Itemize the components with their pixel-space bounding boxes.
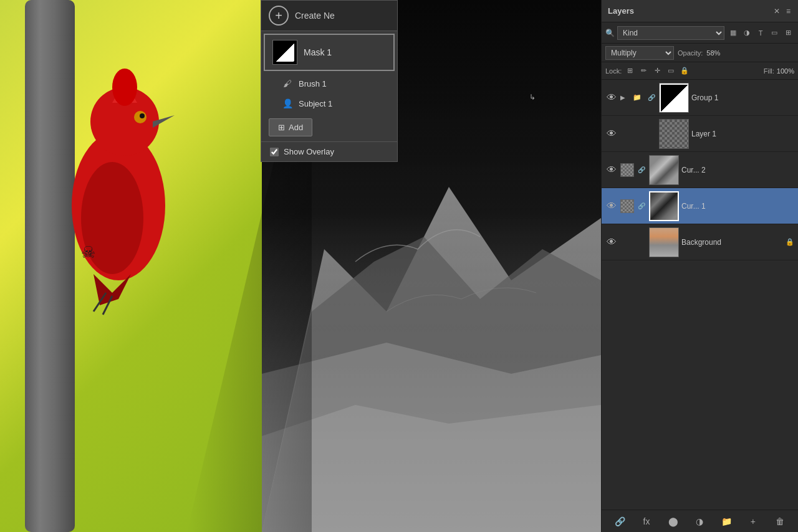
overlay-checkbox[interactable]: [270, 148, 279, 156]
svg-point-3: [112, 69, 137, 106]
layer-name-curves2: Cur... 2: [681, 166, 794, 174]
add-icon: ⊞: [278, 123, 285, 132]
overlay-label: Show Overlay: [284, 147, 334, 156]
background-type-icon: [620, 235, 634, 249]
link-layers-button[interactable]: 🔗: [612, 514, 627, 529]
adjustment-button[interactable]: ◑: [692, 514, 707, 529]
layers-list: 👁 ▶ 📁 🔗 Group 1 👁 Layer 1 👁 🔗: [602, 80, 798, 510]
lock-move-btn[interactable]: ✛: [651, 65, 663, 77]
layer-name-layer1: Layer 1: [691, 130, 794, 138]
kind-filter-select[interactable]: Kind Name Effect: [617, 26, 724, 40]
mask-label: Mask 1: [304, 47, 332, 57]
lock-label: Lock:: [605, 67, 622, 75]
layer-item-layer1[interactable]: 👁 Layer 1: [602, 116, 798, 152]
opacity-label: Opacity:: [678, 49, 703, 57]
popup-header: + Create Ne: [261, 1, 397, 31]
layer-item-curves2[interactable]: 👁 🔗 Cur... 2: [602, 152, 798, 188]
mask-thumbnail: [272, 40, 297, 65]
layer-thumb-group1: [659, 83, 689, 113]
layer-expand-group1[interactable]: ▶: [620, 94, 628, 101]
pixel-layer-icon: [630, 127, 644, 141]
lock-paint-btn[interactable]: ✏: [638, 65, 649, 77]
layer-chain-layer1: [647, 129, 656, 139]
curves1-thumb-inner: [650, 192, 678, 220]
layers-menu-button[interactable]: ≡: [785, 6, 792, 17]
svg-marker-15: [262, 405, 601, 532]
layers-title: Layers: [608, 6, 634, 16]
layers-header-icons: ✕ ≡: [772, 6, 792, 17]
filter-icons: ▦ ◑ T ▭ ⊞: [727, 27, 794, 39]
mask-button[interactable]: ⬤: [666, 514, 681, 529]
layer-thumb-curves1: [649, 191, 679, 221]
filter-row: 🔍 Kind Name Effect ▦ ◑ T ▭ ⊞: [602, 22, 798, 44]
create-new-button[interactable]: +: [269, 6, 289, 26]
layer-eye-layer1[interactable]: 👁: [605, 128, 618, 140]
layer-chain-curves2[interactable]: 🔗: [637, 165, 647, 175]
lock-transparent-btn[interactable]: ⊞: [624, 65, 635, 77]
new-layer-button[interactable]: +: [746, 514, 761, 529]
shape-filter-icon[interactable]: ▭: [768, 27, 781, 39]
mask-item[interactable]: Mask 1: [264, 34, 395, 71]
bird-svg: [31, 31, 206, 343]
delete-layer-button[interactable]: 🗑: [772, 514, 787, 529]
background-lock-icon: 🔒: [786, 238, 794, 246]
background-thumb-inner: [650, 228, 678, 257]
pixel-filter-icon[interactable]: ▦: [727, 27, 739, 39]
lock-artboard-btn[interactable]: ▭: [665, 65, 676, 77]
group-thumb-inner: [660, 83, 689, 113]
layers-header: Layers ✕ ≡: [602, 0, 798, 22]
group-button[interactable]: 📁: [719, 514, 734, 529]
layer-eye-curves2[interactable]: 👁: [605, 164, 618, 176]
curves2-type-icon: [620, 163, 634, 177]
layer-item-background[interactable]: 👁 Background 🔒: [602, 224, 798, 260]
layers-close-button[interactable]: ✕: [772, 6, 781, 17]
popup-menu: + Create Ne Mask 1 ↳ 🖌 Brush 1 👤 Subject…: [261, 0, 398, 162]
add-button[interactable]: ⊞ Add: [269, 118, 312, 136]
layer-name-group1: Group 1: [691, 93, 794, 102]
plus-icon: +: [275, 9, 282, 22]
brush-label: Brush 1: [299, 79, 327, 88]
lock-all-btn[interactable]: 🔒: [679, 65, 690, 77]
layer-thumb-layer1: [659, 119, 689, 149]
layer-chain-background: [637, 237, 647, 247]
brush-icon: 🖌: [281, 77, 294, 90]
svg-point-6: [140, 113, 145, 118]
blend-row: Multiply Normal Screen Overlay Opacity: …: [602, 44, 798, 62]
layer-eye-curves1[interactable]: 👁: [605, 200, 618, 212]
layer-chain-curves1[interactable]: 🔗: [637, 201, 647, 211]
fill-label: Fill:: [764, 67, 774, 75]
group-folder-icon: 📁: [630, 91, 644, 105]
layer-name-curves1: Cur... 1: [681, 202, 794, 211]
layer-item-curves1[interactable]: 👁 🔗 Cur... 1: [602, 188, 798, 224]
brush-item[interactable]: 🖌 Brush 1: [274, 74, 397, 93]
fx-button[interactable]: fx: [639, 514, 654, 529]
fill-value[interactable]: 100%: [777, 67, 794, 75]
layer-thumb-background: [649, 227, 679, 257]
layers-panel: Layers ✕ ≡ 🔍 Kind Name Effect ▦ ◑ T ▭ ⊞ …: [601, 0, 798, 532]
subject-label: Subject 1: [299, 99, 332, 108]
add-area: ⊞ Add: [261, 113, 397, 141]
layer-item-group1[interactable]: 👁 ▶ 📁 🔗 Group 1: [602, 80, 798, 116]
sub-items: ↳ 🖌 Brush 1 👤 Subject 1: [261, 74, 397, 113]
subject-item[interactable]: 👤 Subject 1: [274, 93, 397, 113]
lock-row: Lock: ⊞ ✏ ✛ ▭ 🔒 Fill: 100%: [602, 62, 798, 80]
layers-bottom-toolbar: 🔗 fx ⬤ ◑ 📁 + 🗑: [602, 510, 798, 532]
smart-filter-icon[interactable]: ⊞: [782, 27, 794, 39]
blend-mode-select[interactable]: Multiply Normal Screen Overlay: [605, 46, 674, 60]
mask-thumb-inner: [276, 43, 294, 62]
subject-icon: 👤: [281, 97, 294, 110]
add-label: Add: [289, 123, 303, 132]
overlay-row: Show Overlay: [261, 141, 397, 161]
person-icon: ☠: [81, 243, 95, 262]
layer-chain-group1[interactable]: 🔗: [647, 93, 656, 103]
opacity-value[interactable]: 58%: [706, 49, 720, 57]
curves2-thumb-inner: [650, 156, 678, 184]
create-new-label: Create Ne: [295, 11, 335, 21]
type-filter-icon[interactable]: T: [754, 27, 767, 39]
layer-name-background: Background: [681, 238, 783, 247]
layer-eye-background[interactable]: 👁: [605, 236, 618, 249]
layer-thumb-curves2: [649, 155, 679, 185]
sub-arrow: ↳: [529, 93, 536, 102]
layer-eye-group1[interactable]: 👁: [605, 92, 618, 104]
adjustment-filter-icon[interactable]: ◑: [741, 27, 753, 39]
